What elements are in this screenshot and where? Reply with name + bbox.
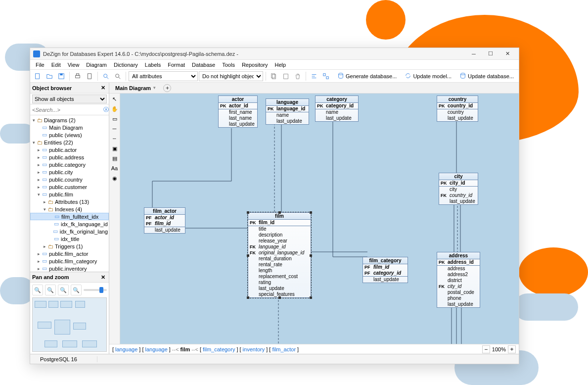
menu-tools[interactable]: Tools bbox=[219, 61, 238, 69]
zoom-reset-icon[interactable]: 🔍 bbox=[71, 285, 82, 295]
minimize-button[interactable]: ─ bbox=[465, 48, 482, 59]
attributes-dropdown[interactable]: All attributes bbox=[129, 71, 198, 81]
breadcrumb-link[interactable]: language bbox=[145, 346, 168, 352]
paste-button[interactable] bbox=[280, 71, 291, 82]
panzoom-header: Pan and zoom ✕ bbox=[30, 272, 109, 283]
menu-diagram[interactable]: Diagram bbox=[83, 61, 110, 69]
print-preview-button[interactable] bbox=[84, 71, 95, 82]
stamp-tool[interactable]: ◉ bbox=[110, 174, 119, 183]
window-title: DeZign for Databases Expert 14.6.0 - C:\… bbox=[43, 51, 465, 57]
menu-edit[interactable]: Edit bbox=[48, 61, 64, 69]
svg-point-19 bbox=[461, 73, 465, 75]
zoom-in-button[interactable]: + bbox=[508, 345, 516, 353]
new-button[interactable] bbox=[32, 71, 43, 82]
breadcrumb-link[interactable]: inventory bbox=[243, 346, 265, 352]
menu-help[interactable]: Help bbox=[271, 61, 289, 69]
svg-rect-3 bbox=[76, 75, 80, 78]
zoom-out-button[interactable]: − bbox=[482, 345, 490, 353]
copy-button[interactable] bbox=[269, 71, 279, 82]
relation2-tool[interactable]: ┄ bbox=[110, 134, 119, 143]
resize-handle[interactable] bbox=[247, 296, 249, 299]
open-button[interactable] bbox=[44, 71, 55, 82]
maximize-button[interactable]: ☐ bbox=[482, 48, 499, 59]
relation-tool[interactable]: ─ bbox=[110, 124, 119, 133]
entity-film-category[interactable]: film_category PFfilm_id PFcategory_id la… bbox=[362, 257, 408, 283]
menu-file[interactable]: File bbox=[32, 61, 48, 69]
entity-address[interactable]: address PKaddress_id address address2 di… bbox=[437, 252, 480, 308]
status-db: PostgreSQL 16 bbox=[33, 356, 97, 362]
note-tool[interactable]: ▤ bbox=[110, 154, 119, 163]
left-column: Object browser ✕ Show all objects ⓧ ▾🗀Di… bbox=[30, 83, 109, 354]
breadcrumb-link[interactable]: language bbox=[115, 346, 137, 352]
svg-rect-17 bbox=[326, 76, 328, 78]
menu-database[interactable]: Database bbox=[188, 61, 219, 69]
menu-labels[interactable]: Labels bbox=[141, 61, 164, 69]
text-tool[interactable]: Aa bbox=[110, 164, 119, 173]
panzoom-minimap[interactable] bbox=[32, 297, 107, 352]
save-button[interactable] bbox=[56, 71, 67, 82]
svg-point-8 bbox=[116, 74, 119, 77]
zoom-in-icon[interactable]: 🔍 bbox=[32, 285, 43, 295]
breadcrumb-link[interactable]: film_category bbox=[203, 346, 235, 352]
breadcrumb-link[interactable]: film_actor bbox=[272, 346, 296, 352]
bg-blob bbox=[519, 247, 588, 297]
entity-actor[interactable]: actor PKactor_id first_name last_name la… bbox=[218, 96, 258, 128]
menu-format[interactable]: Format bbox=[164, 61, 188, 69]
entity-category[interactable]: category PKcategory_id name last_update bbox=[315, 96, 359, 122]
entity-city[interactable]: city PKcity_id city FKcountry_id last_up… bbox=[439, 173, 478, 205]
zoom-out-icon[interactable]: 🔍 bbox=[45, 285, 56, 295]
diagram-canvas[interactable]: actor PKactor_id first_name last_name la… bbox=[120, 94, 519, 344]
entity-country[interactable]: country PKcountry_id country last_update bbox=[437, 96, 478, 122]
object-browser-filter[interactable]: Show all objects bbox=[32, 95, 107, 103]
bg-blob bbox=[514, 293, 578, 321]
svg-rect-4 bbox=[76, 73, 79, 75]
zoom-slider[interactable] bbox=[84, 289, 107, 291]
resize-handle[interactable] bbox=[310, 254, 312, 257]
resize-handle[interactable] bbox=[310, 296, 312, 299]
toolbar: All attributes Do not highlight objects … bbox=[30, 70, 519, 83]
view-tool[interactable]: ▣ bbox=[110, 144, 119, 153]
resize-handle[interactable] bbox=[247, 211, 249, 214]
zoom-fit-icon[interactable]: 🔍 bbox=[58, 285, 69, 295]
align-button[interactable] bbox=[309, 71, 319, 82]
resize-handle[interactable] bbox=[247, 254, 249, 257]
object-browser-search[interactable] bbox=[30, 104, 103, 115]
object-tree[interactable]: ▾🗀Diagrams (2) ▭Main Diagram ▭public (vi… bbox=[30, 115, 109, 272]
svg-point-6 bbox=[104, 74, 107, 77]
object-browser-header: Object browser ✕ bbox=[30, 83, 109, 94]
resize-handle[interactable] bbox=[310, 211, 312, 214]
search-clear-icon[interactable]: ⓧ bbox=[103, 104, 109, 115]
hand-tool[interactable]: ✋ bbox=[110, 104, 119, 113]
tab-main-diagram[interactable]: Main Diagram▼ bbox=[111, 84, 160, 92]
zoom-level: 100% bbox=[492, 346, 506, 352]
menu-repository[interactable]: Repository bbox=[238, 61, 271, 69]
delete-button[interactable] bbox=[292, 71, 303, 82]
pointer-tool[interactable]: ↖ bbox=[110, 95, 119, 103]
menu-dictionary[interactable]: Dictionary bbox=[110, 61, 141, 69]
database-icon bbox=[459, 72, 466, 80]
resize-handle[interactable] bbox=[278, 296, 281, 299]
entity-film-actor[interactable]: film_actor PFactor_id PFfilm_id last_upd… bbox=[144, 207, 185, 234]
entity-tool[interactable]: ▭ bbox=[110, 114, 119, 123]
generate-database-button[interactable]: Generate database... bbox=[334, 71, 400, 81]
print-button[interactable] bbox=[72, 71, 83, 82]
title-bar: DeZign for Databases Expert 14.6.0 - C:\… bbox=[30, 48, 519, 60]
update-model-button[interactable]: Update model... bbox=[402, 71, 454, 81]
svg-rect-2 bbox=[60, 73, 62, 75]
highlight-dropdown[interactable]: Do not highlight objects bbox=[199, 71, 263, 81]
tool-palette: ↖ ✋ ▭ ─ ┄ ▣ ▤ Aa ◉ bbox=[109, 94, 120, 344]
entity-language[interactable]: language PKlanguage_id name last_update bbox=[266, 98, 309, 125]
layout-button[interactable] bbox=[320, 71, 331, 82]
zoom-button[interactable] bbox=[112, 71, 123, 82]
panzoom-close[interactable]: ✕ bbox=[99, 274, 107, 281]
resize-handle[interactable] bbox=[278, 211, 281, 214]
update-database-button[interactable]: Update database... bbox=[456, 71, 517, 81]
search-button[interactable] bbox=[100, 71, 111, 82]
object-browser-close[interactable]: ✕ bbox=[99, 85, 107, 91]
close-button[interactable]: ✕ bbox=[499, 48, 516, 59]
refresh-icon bbox=[405, 72, 411, 80]
svg-line-9 bbox=[119, 77, 121, 79]
entity-film[interactable]: film PKfilm_id title description release… bbox=[248, 212, 311, 298]
add-tab-button[interactable]: ＋ bbox=[163, 84, 171, 92]
menu-view[interactable]: View bbox=[64, 61, 83, 69]
